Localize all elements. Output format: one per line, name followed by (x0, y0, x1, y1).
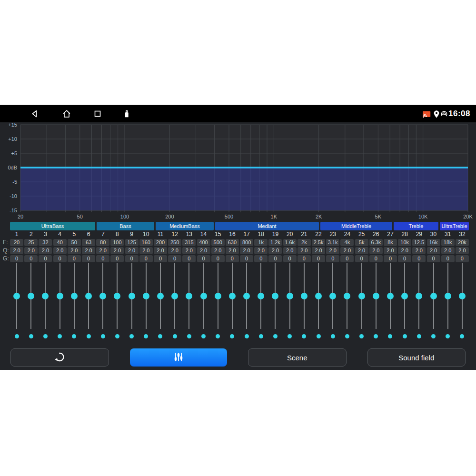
q-factor-box-value[interactable]: 2.0 (312, 247, 325, 254)
frequency-box[interactable]: 2k (297, 238, 311, 246)
q-factor-box-value[interactable]: 2.0 (24, 247, 38, 254)
frequency-box-value[interactable]: 800 (240, 239, 253, 246)
gain-box[interactable]: 0 (412, 255, 426, 262)
gain-box-value[interactable]: 0 (211, 255, 225, 262)
frequency-box[interactable]: 10k (397, 238, 412, 246)
q-factor-box-value[interactable]: 2.0 (39, 247, 52, 254)
slider-knob[interactable] (157, 293, 164, 299)
slider-knob[interactable] (200, 293, 207, 299)
q-factor-box[interactable]: 2.0 (67, 247, 81, 254)
q-factor-box[interactable]: 2.0 (455, 247, 469, 254)
q-factor-box-value[interactable]: 2.0 (384, 247, 397, 254)
gain-slider[interactable] (153, 263, 168, 329)
frequency-box[interactable]: 250 (168, 238, 182, 246)
slider-knob[interactable] (129, 293, 135, 299)
slider-knob[interactable] (387, 293, 394, 299)
frequency-box[interactable]: 50 (67, 238, 81, 246)
frequency-box[interactable]: 125 (125, 238, 139, 246)
gain-box-value[interactable]: 0 (68, 255, 81, 262)
gain-slider[interactable] (239, 263, 254, 329)
frequency-box-value[interactable]: 1.2k (268, 239, 282, 246)
q-factor-box[interactable]: 2.0 (254, 247, 268, 254)
q-factor-box[interactable]: 2.0 (10, 247, 24, 254)
gain-slider[interactable] (196, 263, 210, 329)
gain-box-value[interactable]: 0 (139, 255, 153, 262)
q-factor-box[interactable]: 2.0 (326, 247, 340, 254)
gain-box[interactable]: 0 (125, 255, 139, 262)
gain-box-value[interactable]: 0 (369, 255, 383, 262)
frequency-box-value[interactable]: 1k (254, 239, 268, 246)
gain-box[interactable]: 0 (182, 255, 196, 262)
q-factor-box-value[interactable]: 2.0 (254, 247, 268, 254)
gain-box[interactable]: 0 (53, 255, 67, 262)
q-factor-box[interactable]: 2.0 (125, 247, 139, 254)
gain-box[interactable]: 0 (441, 255, 455, 262)
gain-slider[interactable] (268, 263, 282, 329)
q-factor-box[interactable]: 2.0 (153, 247, 168, 254)
slider-knob[interactable] (143, 293, 149, 299)
q-factor-box[interactable]: 2.0 (182, 247, 196, 254)
gain-slider[interactable] (326, 263, 340, 329)
slider-knob[interactable] (71, 293, 78, 299)
gain-box-value[interactable]: 0 (384, 255, 397, 262)
q-factor-box[interactable]: 2.0 (225, 247, 239, 254)
q-factor-box-value[interactable]: 2.0 (53, 247, 67, 254)
gain-slider[interactable] (24, 263, 38, 329)
gain-slider[interactable] (211, 263, 225, 329)
frequency-box[interactable]: 500 (211, 238, 225, 246)
frequency-box[interactable]: 20k (455, 238, 469, 246)
q-factor-box-value[interactable]: 2.0 (427, 247, 440, 254)
slider-knob[interactable] (42, 293, 49, 299)
frequency-box[interactable]: 18k (441, 238, 455, 246)
q-factor-box[interactable]: 2.0 (383, 247, 397, 254)
q-factor-box-value[interactable]: 2.0 (283, 247, 297, 254)
slider-knob[interactable] (243, 293, 250, 299)
gain-box-value[interactable]: 0 (268, 255, 282, 262)
gain-box[interactable]: 0 (397, 255, 412, 262)
frequency-box[interactable]: 20 (10, 238, 24, 246)
gain-slider[interactable] (10, 263, 24, 329)
q-factor-box[interactable]: 2.0 (426, 247, 440, 254)
frequency-box[interactable]: 8k (383, 238, 397, 246)
gain-box-value[interactable]: 0 (226, 255, 239, 262)
slider-knob[interactable] (272, 293, 278, 299)
frequency-box[interactable]: 12.5 (412, 238, 426, 246)
gain-box[interactable]: 0 (10, 255, 24, 262)
q-factor-box-value[interactable]: 2.0 (240, 247, 253, 254)
slider-knob[interactable] (329, 293, 336, 299)
slider-knob[interactable] (13, 293, 20, 299)
gain-box-value[interactable]: 0 (456, 255, 469, 262)
frequency-box[interactable]: 1.2k (268, 238, 282, 246)
recents-icon[interactable] (92, 108, 103, 119)
q-factor-box-value[interactable]: 2.0 (369, 247, 383, 254)
q-factor-box[interactable]: 2.0 (24, 247, 38, 254)
q-factor-box-value[interactable]: 2.0 (182, 247, 196, 254)
gain-box[interactable]: 0 (168, 255, 182, 262)
q-factor-box-value[interactable]: 2.0 (226, 247, 239, 254)
gain-box-value[interactable]: 0 (82, 255, 95, 262)
frequency-box[interactable]: 3.1k (326, 238, 340, 246)
q-factor-box[interactable]: 2.0 (412, 247, 426, 254)
gain-box-value[interactable]: 0 (312, 255, 325, 262)
gain-box[interactable]: 0 (455, 255, 469, 262)
frequency-box-value[interactable]: 16k (427, 239, 440, 246)
frequency-box-value[interactable]: 4k (340, 239, 354, 246)
gain-box[interactable]: 0 (369, 255, 383, 262)
gain-box[interactable]: 0 (283, 255, 297, 262)
frequency-box-value[interactable]: 2.5k (312, 239, 325, 246)
slider-knob[interactable] (171, 293, 178, 299)
slider-knob[interactable] (186, 293, 192, 299)
gain-slider[interactable] (426, 263, 440, 329)
frequency-box-value[interactable]: 3.1k (326, 239, 339, 246)
gain-box-value[interactable]: 0 (441, 255, 455, 262)
slider-knob[interactable] (287, 293, 293, 299)
gain-box[interactable]: 0 (297, 255, 311, 262)
gain-box-value[interactable]: 0 (326, 255, 339, 262)
gain-slider[interactable] (283, 263, 297, 329)
frequency-box-value[interactable]: 630 (226, 239, 239, 246)
gain-box[interactable]: 0 (268, 255, 282, 262)
frequency-box[interactable]: 25 (24, 238, 38, 246)
gain-slider[interactable] (355, 263, 369, 329)
frequency-box-value[interactable]: 1.6k (283, 239, 297, 246)
q-factor-box-value[interactable]: 2.0 (355, 247, 368, 254)
